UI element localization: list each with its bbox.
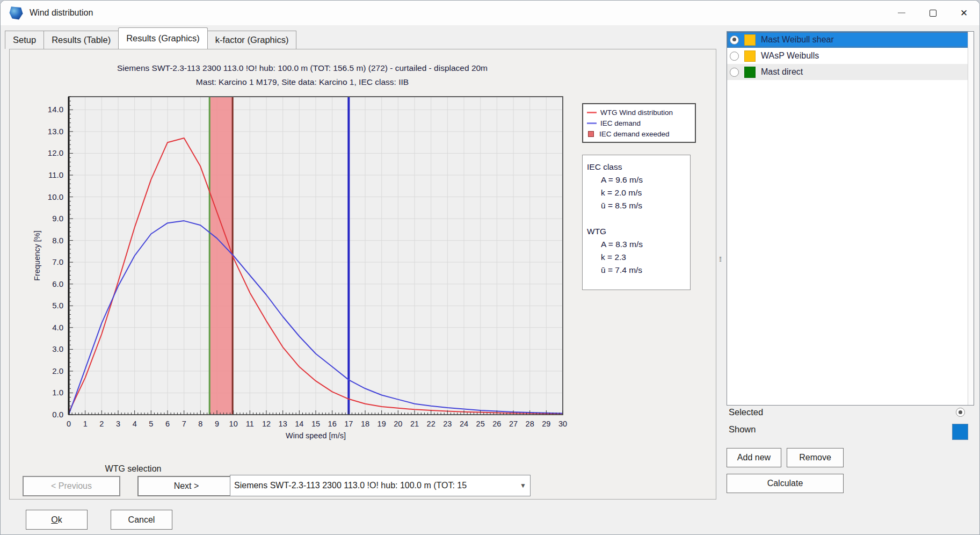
app-icon bbox=[9, 6, 23, 20]
splitter-grip-icon: ⁞⁞ bbox=[719, 257, 721, 262]
y-tick-label: 10.0 bbox=[48, 192, 63, 201]
window-controls: ✕ bbox=[886, 1, 979, 25]
x-tick-label: 21 bbox=[410, 420, 419, 428]
y-tick-label: 2.0 bbox=[52, 366, 63, 375]
x-tick-label: 2 bbox=[99, 420, 104, 428]
list-item-radio[interactable] bbox=[730, 35, 739, 45]
x-tick-label: 14 bbox=[295, 420, 303, 428]
legend-item-wtg-wind-distribution: WTG Wind distribution bbox=[587, 107, 691, 118]
tab-bar: SetupResults (Table)Results (Graphics)k-… bbox=[5, 27, 296, 49]
x-tick-label: 10 bbox=[229, 420, 238, 428]
x-tick-label: 25 bbox=[476, 420, 485, 428]
window-title: Wind distribution bbox=[30, 8, 93, 18]
y-tick-label: 11.0 bbox=[48, 170, 63, 179]
x-tick-label: 28 bbox=[526, 420, 534, 428]
y-tick-label: 8.0 bbox=[52, 236, 63, 245]
tab-k-factor-graphics[interactable]: k-factor (Graphics) bbox=[207, 31, 297, 49]
y-tick-label: 5.0 bbox=[52, 301, 63, 310]
legend-item-iec-demand: IEC demand bbox=[587, 118, 691, 128]
legend-line-swatch bbox=[587, 122, 597, 124]
x-tick-label: 18 bbox=[361, 420, 369, 428]
shown-color-swatch[interactable] bbox=[952, 424, 968, 440]
x-tick-label: 5 bbox=[149, 420, 153, 428]
y-tick-label: 12.0 bbox=[48, 148, 63, 157]
x-tick-label: 22 bbox=[427, 420, 435, 428]
x-tick-label: 11 bbox=[246, 420, 254, 428]
x-tick-label: 12 bbox=[262, 420, 271, 428]
list-item-radio[interactable] bbox=[730, 68, 739, 77]
list-item-radio[interactable] bbox=[730, 52, 739, 61]
tab-setup[interactable]: Setup bbox=[5, 31, 44, 49]
list-item-label: Mast direct bbox=[761, 67, 803, 77]
remove-button[interactable]: Remove bbox=[787, 448, 844, 467]
info-line: A = 8.3 m/s bbox=[587, 238, 690, 251]
legend-label: IEC demand exeeded bbox=[599, 130, 670, 138]
y-tick-label: 14.0 bbox=[48, 105, 63, 114]
y-axis-label: Frequency [%] bbox=[33, 230, 41, 281]
x-tick-label: 6 bbox=[165, 420, 170, 428]
calculate-button[interactable]: Calculate bbox=[727, 474, 844, 493]
list-item-mast-weibull-shear[interactable]: Mast Weibull shear bbox=[727, 32, 974, 48]
y-tick-label: 13.0 bbox=[48, 127, 63, 136]
pane-splitter[interactable]: ⁞⁞ bbox=[717, 49, 725, 500]
chevron-down-icon: ▼ bbox=[516, 482, 530, 489]
next-wtg-button[interactable]: Next > bbox=[137, 476, 235, 496]
minimize-icon bbox=[898, 12, 905, 13]
maximize-button[interactable] bbox=[917, 1, 948, 25]
previous-wtg-button[interactable]: < Previous bbox=[23, 476, 120, 496]
cancel-button[interactable]: Cancel bbox=[111, 510, 172, 530]
info-line: k = 2.0 m/s bbox=[587, 186, 690, 199]
iec-info-box: IEC classA = 9.6 m/sk = 2.0 m/sū = 8.5 m… bbox=[582, 155, 691, 290]
list-scrollbar[interactable] bbox=[968, 32, 974, 405]
y-tick-label: 1.0 bbox=[52, 388, 63, 397]
minimize-button[interactable] bbox=[886, 1, 917, 25]
y-tick-label: 7.0 bbox=[52, 257, 63, 266]
info-line: k = 2.3 bbox=[587, 251, 690, 264]
exceeded-band bbox=[209, 97, 233, 415]
chart-subtitle: Mast: Karcino 1 M179, Site data: Karcino… bbox=[31, 77, 574, 87]
list-item-wasp-weibulls[interactable]: WAsP Weibulls bbox=[727, 48, 974, 64]
x-tick-label: 23 bbox=[443, 420, 452, 428]
close-button[interactable]: ✕ bbox=[948, 1, 979, 25]
info-line: ū = 7.4 m/s bbox=[587, 264, 690, 277]
x-tick-label: 15 bbox=[311, 420, 320, 428]
titlebar: Wind distribution ✕ bbox=[1, 1, 979, 25]
cancel-button-label: Cancel bbox=[128, 515, 155, 525]
x-tick-label: 27 bbox=[509, 420, 518, 428]
add-new-button[interactable]: Add new bbox=[727, 448, 781, 467]
legend-line-swatch bbox=[587, 112, 597, 113]
legend-box-swatch bbox=[588, 131, 594, 137]
ok-button[interactable]: Ok bbox=[26, 510, 88, 530]
y-tick-label: 3.0 bbox=[52, 344, 63, 353]
maximize-icon bbox=[930, 10, 937, 17]
chart-legend: WTG Wind distributionIEC demandIEC deman… bbox=[582, 103, 696, 143]
y-tick-label: 4.0 bbox=[52, 323, 63, 332]
x-axis-label: Wind speed [m/s] bbox=[286, 431, 346, 440]
list-item-color-chip bbox=[744, 34, 756, 46]
info-line: ū = 8.5 m/s bbox=[587, 199, 690, 212]
list-item-label: Mast Weibull shear bbox=[761, 35, 834, 45]
ok-button-label: Ok bbox=[51, 515, 62, 525]
selected-radio[interactable] bbox=[956, 408, 965, 417]
x-tick-label: 24 bbox=[460, 420, 468, 428]
tab-results-graphics[interactable]: Results (Graphics) bbox=[118, 27, 208, 49]
wtg-selection-label: WTG selection bbox=[74, 464, 192, 474]
chart-title: Siemens SWT-2.3-113 2300 113.0 !O! hub: … bbox=[31, 63, 574, 73]
distribution-model-list: Mast Weibull shearWAsP WeibullsMast dire… bbox=[727, 31, 974, 406]
tab-results-table[interactable]: Results (Table) bbox=[43, 31, 119, 49]
info-heading-iec-class: IEC class bbox=[587, 161, 690, 173]
x-tick-label: 0 bbox=[67, 420, 71, 428]
y-tick-label: 6.0 bbox=[52, 279, 63, 288]
x-tick-label: 30 bbox=[558, 420, 567, 428]
x-tick-label: 9 bbox=[215, 420, 219, 428]
wtg-dropdown[interactable]: Siemens SWT-2.3-113 2300 113.0 !O! hub: … bbox=[230, 475, 531, 496]
x-tick-label: 17 bbox=[344, 420, 353, 428]
x-tick-label: 29 bbox=[542, 420, 550, 428]
x-tick-label: 19 bbox=[378, 420, 386, 428]
shown-label: Shown bbox=[729, 424, 756, 435]
x-tick-label: 26 bbox=[492, 420, 501, 428]
list-item-color-chip bbox=[744, 50, 756, 62]
legend-item-iec-demand-exeeded: IEC demand exeeded bbox=[587, 128, 691, 139]
legend-label: WTG Wind distribution bbox=[600, 109, 673, 117]
list-item-mast-direct[interactable]: Mast direct bbox=[727, 64, 974, 80]
